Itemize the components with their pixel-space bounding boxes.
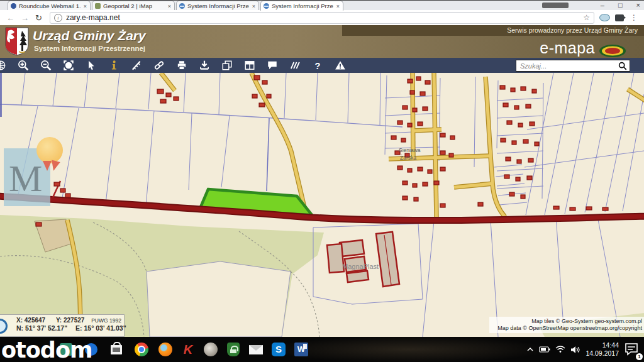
factory-label: MagnaPlast <box>342 263 379 270</box>
taskbar-texture <box>277 337 541 362</box>
full-extent-icon[interactable] <box>62 59 75 72</box>
wifi-icon[interactable] <box>555 346 565 353</box>
notification-center-icon[interactable]: 1 <box>624 341 640 358</box>
system-tray: 14:44 14.09.2017 1 <box>526 337 640 362</box>
roundcube-favicon <box>11 3 16 9</box>
tab-label: Geoportal 2 | iMap <box>103 3 165 9</box>
pointer-icon[interactable] <box>85 59 97 72</box>
globe-icon[interactable] <box>0 59 7 72</box>
tab-geoportal[interactable]: Geoportal 2 | iMap × <box>92 1 175 11</box>
maximize-button[interactable]: □ <box>618 1 623 9</box>
geoportal-favicon <box>95 3 101 9</box>
download-icon[interactable] <box>198 59 211 72</box>
warning-icon[interactable] <box>334 59 347 72</box>
y-label: Y: <box>56 317 62 324</box>
url-box[interactable]: i zary.e-mapa.net ☆ <box>50 12 594 24</box>
page-info-icon[interactable]: i <box>54 14 62 22</box>
window-controls: – □ × <box>601 1 640 9</box>
link-icon[interactable] <box>153 59 165 72</box>
profile-chip[interactable] <box>542 3 569 8</box>
store-icon[interactable] <box>108 341 125 358</box>
search-input[interactable] <box>519 62 618 70</box>
x-value: 425647 <box>25 317 45 324</box>
street-label: Żarska <box>400 155 416 161</box>
chrome-icon[interactable] <box>133 341 150 358</box>
tray-chevron-icon[interactable] <box>526 346 534 353</box>
address-bar: ← → ↻ i zary.e-mapa.net ☆ ⋮ <box>0 10 644 26</box>
site-header: Serwis prowadzony przez Urząd Gminy Żary… <box>0 25 644 58</box>
zoom-out-icon[interactable] <box>40 59 52 72</box>
extension-icon-2[interactable] <box>615 14 624 21</box>
search-box <box>516 60 630 72</box>
browser-menu-icon[interactable]: ⋮ <box>630 13 638 22</box>
speaker-icon[interactable] <box>570 346 580 354</box>
industrial-buildings <box>327 232 399 287</box>
tab-close-icon[interactable]: × <box>336 3 340 9</box>
geo-system-logo-icon <box>599 44 626 58</box>
tab-label: System Informacji Przest <box>272 3 333 9</box>
comment-icon[interactable] <box>266 59 279 72</box>
emapa-brand: e-mapa <box>540 39 595 57</box>
forward-icon[interactable]: → <box>21 13 29 23</box>
map-attribution: Map tiles © Geo-System geo-system.com.pl… <box>489 317 644 333</box>
tab-close-icon[interactable]: × <box>167 3 172 9</box>
tab-close-icon[interactable]: × <box>252 3 256 9</box>
screen: Roundcube Webmail 1.3 × Geoportal 2 | iM… <box>0 0 644 362</box>
extension-icon-1[interactable] <box>599 14 610 21</box>
svg-text:?: ? <box>315 61 321 71</box>
coordinate-tool-icon[interactable] <box>0 319 8 334</box>
award-rosette-icon <box>36 137 63 163</box>
measure-icon[interactable] <box>130 59 143 72</box>
close-button[interactable]: × <box>636 1 640 9</box>
village-label: Sieniawa <box>399 147 421 153</box>
split-layout-icon[interactable] <box>243 59 256 72</box>
info-icon[interactable] <box>108 59 120 72</box>
firefox-icon[interactable] <box>157 341 174 358</box>
tab-label: Roundcube Webmail 1.3 <box>19 3 80 9</box>
portal-subtitle: System Informacji Przestrzennej <box>34 45 145 52</box>
otodom-watermark: otodom <box>1 337 92 362</box>
longitude-value: E: 15° 03' 41.03" <box>75 324 126 332</box>
tab-roundcube[interactable]: Roundcube Webmail 1.3 × <box>8 1 91 11</box>
tab-label: System Informacji Przest <box>187 3 249 9</box>
hatch-measure-icon[interactable] <box>289 59 301 72</box>
zoom-in-icon[interactable] <box>17 59 30 72</box>
copy-window-icon[interactable] <box>221 59 233 72</box>
x-label: X: <box>16 317 23 324</box>
clock-date: 14.09.2017 <box>586 349 619 358</box>
map-viewport[interactable]: Sieniawa Żarska MagnaPlast M X: 425647 Y… <box>0 73 644 337</box>
url-text[interactable]: zary.e-mapa.net <box>66 13 579 22</box>
search-icon[interactable] <box>618 62 627 70</box>
listing-watermark: M <box>4 148 50 206</box>
back-icon[interactable]: ← <box>6 13 14 23</box>
service-note: Serwis prowadzony przez Urząd Gminy Żary <box>342 25 644 36</box>
bookmark-star-icon[interactable]: ☆ <box>583 13 590 22</box>
browser-tab-strip: Roundcube Webmail 1.3 × Geoportal 2 | iM… <box>0 0 644 11</box>
portal-title: Urząd Gminy Żary <box>33 28 146 43</box>
zary-coat-of-arms <box>5 27 29 56</box>
tab-sip-active[interactable]: System Informacji Przest × <box>260 1 343 11</box>
help-icon[interactable]: ? <box>311 59 324 72</box>
battery-icon[interactable] <box>539 346 550 353</box>
attribution-data[interactable]: Map data © OpenStreetMap openstreetmap.o… <box>491 325 642 332</box>
tab-sip-1[interactable]: System Informacji Przest × <box>176 1 259 11</box>
globe-favicon <box>179 3 185 9</box>
taskbar: K S W otodom 14:44 1 <box>0 337 644 362</box>
clock-time: 14:44 <box>586 341 619 349</box>
globe-favicon <box>264 3 269 9</box>
word-icon[interactable]: W <box>293 341 309 358</box>
kaspersky-icon[interactable]: K <box>180 341 196 358</box>
cadastral-map[interactable]: Sieniawa Żarska MagnaPlast <box>0 73 644 337</box>
datum-label: PUWG 1992 <box>91 317 121 324</box>
taskbar-clock[interactable]: 14:44 14.09.2017 <box>586 341 619 358</box>
minimize-button[interactable]: – <box>601 1 604 9</box>
map-toolbar: ? <box>0 58 644 73</box>
print-icon[interactable] <box>175 59 188 72</box>
app-icon[interactable] <box>203 341 219 358</box>
reload-icon[interactable]: ↻ <box>35 13 42 23</box>
latitude-value: N: 51° 37' 52.17" <box>16 324 67 332</box>
skype-icon[interactable]: S <box>270 341 287 358</box>
tab-close-icon[interactable]: × <box>83 3 87 9</box>
mail-icon[interactable] <box>248 341 264 358</box>
security-shield-icon[interactable] <box>225 341 242 358</box>
